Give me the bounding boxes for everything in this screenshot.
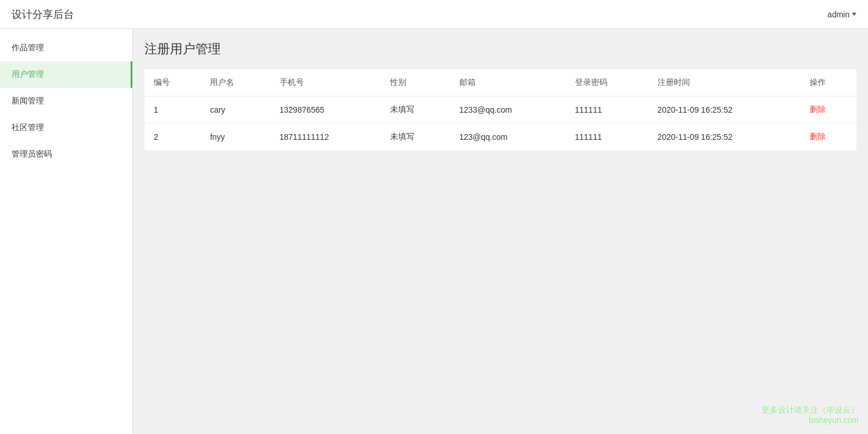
cell-password: 111111 (566, 124, 648, 151)
admin-label: admin (828, 10, 850, 19)
delete-button[interactable]: 删除 (810, 132, 826, 142)
watermark-line1: 更多设计请关注（毕设云） (762, 405, 859, 416)
cell-email: 1233@qq.com (450, 97, 566, 124)
header: 设计分享后台 admin (0, 0, 868, 29)
col-phone: 手机号 (270, 69, 381, 97)
cell-username: cary (201, 97, 270, 124)
sidebar-item-works[interactable]: 作品管理 (0, 35, 132, 61)
cell-gender: 未填写 (381, 97, 450, 124)
cell-phone: 1329876565 (270, 97, 381, 124)
cell-action: 删除 (800, 97, 856, 124)
sidebar-item-news[interactable]: 新闻管理 (0, 88, 132, 114)
caret-icon (852, 13, 856, 16)
col-regtime: 注册时间 (648, 69, 800, 97)
page-title: 注册用户管理 (144, 40, 856, 58)
cell-regtime: 2020-11-09 16:25:52 (648, 124, 800, 151)
sidebar-item-community[interactable]: 社区管理 (0, 114, 132, 141)
col-gender: 性别 (381, 69, 450, 97)
layout: 作品管理 用户管理 新闻管理 社区管理 管理员密码 注册用户管理 编号 用户名 … (0, 29, 868, 434)
sidebar-item-admin-pwd[interactable]: 管理员密码 (0, 141, 132, 168)
col-username: 用户名 (201, 69, 270, 97)
col-id: 编号 (144, 69, 201, 97)
watermark-line2: bisheyun.com (762, 416, 859, 425)
cell-id: 2 (144, 124, 201, 151)
col-password: 登录密码 (566, 69, 648, 97)
main-content: 注册用户管理 编号 用户名 手机号 性别 邮箱 登录密码 注册时间 操作 (133, 29, 868, 434)
col-email: 邮箱 (450, 69, 566, 97)
col-action: 操作 (800, 69, 856, 97)
table-row: 2 fnyy 18711111112 未填写 123@qq.com 111111… (144, 124, 856, 151)
watermark: 更多设计请关注（毕设云） bisheyun.com (762, 405, 859, 425)
cell-gender: 未填写 (381, 124, 450, 151)
sidebar: 作品管理 用户管理 新闻管理 社区管理 管理员密码 (0, 29, 133, 434)
delete-button[interactable]: 删除 (810, 105, 826, 115)
cell-password: 111111 (566, 97, 648, 124)
admin-menu[interactable]: admin (828, 10, 856, 19)
app-title: 设计分享后台 (12, 8, 74, 21)
cell-id: 1 (144, 97, 201, 124)
cell-phone: 18711111112 (270, 124, 381, 151)
user-table-container: 编号 用户名 手机号 性别 邮箱 登录密码 注册时间 操作 1 cary 132… (144, 69, 856, 150)
user-table: 编号 用户名 手机号 性别 邮箱 登录密码 注册时间 操作 1 cary 132… (144, 69, 856, 150)
table-row: 1 cary 1329876565 未填写 1233@qq.com 111111… (144, 97, 856, 124)
cell-email: 123@qq.com (450, 124, 566, 151)
sidebar-item-users[interactable]: 用户管理 (0, 61, 132, 88)
cell-regtime: 2020-11-09 16:25:52 (648, 97, 800, 124)
cell-username: fnyy (201, 124, 270, 151)
table-header-row: 编号 用户名 手机号 性别 邮箱 登录密码 注册时间 操作 (144, 69, 856, 97)
cell-action: 删除 (800, 124, 856, 151)
